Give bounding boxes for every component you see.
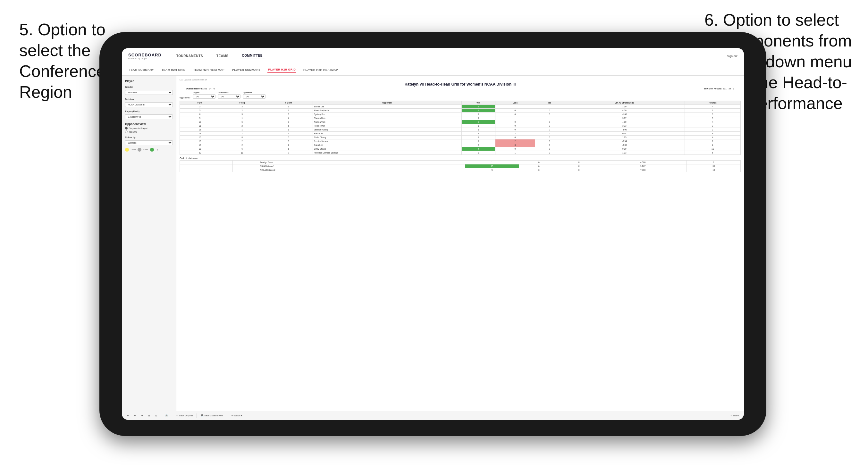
ood-table-row: NCAA Division 2 5 0 0 7.400 10	[180, 168, 741, 172]
main-data-table: # Div # Reg # Conf Opponent Win Loss Tie…	[180, 101, 741, 155]
td-opponent: Jessica Huang	[313, 128, 462, 132]
td-diff: 9.267	[599, 164, 687, 168]
sidebar-division-select[interactable]: NCAA Division III	[125, 102, 173, 107]
sub-nav-team-h2h-grid[interactable]: TEAM H2H GRID	[161, 67, 186, 73]
toolbar-view-original[interactable]: 👁 View: Original	[175, 414, 194, 417]
sub-nav-player-summary[interactable]: PLAYER SUMMARY	[231, 67, 261, 73]
filter-conference-select[interactable]: (All)	[218, 94, 241, 99]
td-div: 6	[180, 113, 220, 116]
td-tie: 0	[535, 128, 564, 132]
toolbar-watch[interactable]: 👁 Watch ▾	[230, 414, 244, 418]
sidebar-colour-select[interactable]: Win/loss	[125, 141, 173, 145]
sidebar-opponent-view-title: Opponent view	[125, 122, 173, 126]
td-reg	[206, 168, 232, 172]
td-diff: -1.00	[564, 113, 685, 116]
colour-label-down: Down	[131, 149, 136, 151]
sidebar-colour-section: Colour by Win/loss Down Level Up	[125, 136, 173, 152]
td-loss: 2	[495, 139, 535, 143]
toolbar-undo[interactable]: ↩	[126, 414, 130, 418]
sidebar-player-rank-label: Player (Rank)	[125, 110, 173, 113]
radio-dot-opponents-played	[125, 127, 128, 129]
sidebar-opponent-view-section: Opponent view Opponents Played Top 100	[125, 122, 173, 133]
td-tie: 0	[535, 143, 564, 147]
td-reg: 6	[220, 120, 264, 124]
toolbar-clock[interactable]: 🕐	[164, 414, 169, 418]
table-row: 18 2 2 Euna Lee 0 3 0 -5.00 2	[180, 143, 741, 147]
td-reg: 8	[220, 135, 264, 139]
nav-tournaments[interactable]: TOURNAMENTS	[175, 53, 205, 59]
filter-opponent-select[interactable]: (All)	[243, 94, 266, 99]
colour-dot-down	[125, 148, 129, 152]
sub-nav-player-h2h-heatmap[interactable]: PLAYER H2H HEATMAP	[303, 67, 339, 73]
toolbar-share[interactable]: ⬆ Share	[729, 414, 740, 418]
toolbar-divider-2	[172, 413, 172, 418]
td-diff: 1.33	[564, 151, 685, 155]
td-conf: 2	[264, 143, 313, 147]
toolbar-divider-4	[227, 413, 227, 418]
td-opponent: Sydney Kuo	[313, 113, 462, 116]
toolbar-redo-back[interactable]: ↩	[133, 414, 137, 418]
td-loss: 0	[495, 135, 535, 139]
overall-record-value: 353 - 34 - 6	[203, 88, 215, 90]
watch-chevron-icon: ▾	[241, 414, 242, 417]
td-diff: 0.38	[564, 132, 685, 135]
share-label: Share	[733, 414, 739, 417]
td-div: 11	[180, 124, 220, 128]
nav-teams[interactable]: TEAMS	[215, 53, 230, 59]
sub-nav: TEAM SUMMARY TEAM H2H GRID TEAM H2H HEAT…	[122, 64, 744, 75]
td-rounds: 2	[685, 143, 741, 147]
sidebar-player-rank-select[interactable]: 8. Katelyn Vo	[125, 115, 173, 119]
td-rounds: 4	[685, 105, 741, 108]
td-opponent: NAIA Division 1	[259, 164, 465, 168]
td-reg	[206, 164, 232, 168]
td-conf: 7	[264, 151, 313, 155]
toolbar-copy[interactable]: ⊞	[147, 414, 151, 418]
sub-nav-player-h2h-grid[interactable]: PLAYER H2H GRID	[268, 67, 296, 73]
table-row: 10 6 3 Andrea York 2 0 0 4.00 4	[180, 120, 741, 124]
td-diff: 4.00	[564, 120, 685, 124]
td-tie	[535, 116, 564, 120]
td-rounds: 4	[685, 120, 741, 124]
filter-row: Opponents: Region (All) Conference (All)	[180, 92, 741, 99]
table-row: 20 11 7 Federica Domecq Lacroze 2 1 0 1.…	[180, 151, 741, 155]
table-row: 3 3 1 Esther Lee 1 1.50 4	[180, 105, 741, 108]
filter-opponent-label: Opponent	[243, 92, 266, 94]
td-win: 5	[465, 168, 519, 172]
toolbar-redo[interactable]: ↪	[140, 414, 144, 418]
td-diff: -0.94	[564, 139, 685, 143]
td-opponent: Eunice Yi	[313, 132, 462, 135]
filter-opponent-group: Opponent (All)	[243, 92, 266, 99]
table-row: 11 2 5 Heejo Hyun 1 0 0 3.33 3	[180, 124, 741, 128]
td-conf	[232, 161, 259, 164]
sidebar-radio-top100[interactable]: Top 100	[125, 130, 173, 133]
ood-table-row: NAIA Division 1 15 0 0 9.267 30	[180, 164, 741, 168]
radio-dot-top100	[125, 130, 128, 133]
td-opponent: Sharon Mun	[313, 116, 462, 120]
colour-indicators: Down Level Up	[125, 148, 173, 152]
sidebar-radio-opponents-played[interactable]: Opponents Played	[125, 127, 173, 129]
td-rounds: 11	[685, 147, 741, 151]
td-opponent: NCAA Division 2	[259, 168, 465, 172]
td-loss: 0	[495, 120, 535, 124]
grid-title: Katelyn Vo Head-to-Head Grid for Women's…	[180, 82, 741, 87]
sub-nav-team-summary[interactable]: TEAM SUMMARY	[128, 67, 155, 73]
sidebar-gender-select[interactable]: Women's	[125, 90, 173, 95]
td-tie: 0	[559, 164, 599, 168]
nav-committee[interactable]: COMMITTEE	[240, 53, 265, 59]
toolbar-save-custom[interactable]: 💾 Save Custom View	[199, 414, 224, 418]
toolbar-paste[interactable]: ⊡	[154, 414, 158, 418]
table-row: 5 2 2 Alexis Sudjianto 1 0 0 4.00 3	[180, 108, 741, 113]
td-win: 1	[462, 139, 495, 143]
th-win: Win	[462, 101, 495, 105]
td-reg: 7	[220, 132, 264, 135]
watch-label: Watch	[234, 414, 241, 417]
sign-out-button[interactable]: Sign out	[727, 55, 738, 58]
sub-nav-team-h2h-heatmap[interactable]: TEAM H2H HEATMAP	[193, 67, 225, 73]
td-diff: 1.25	[564, 135, 685, 139]
td-div: 18	[180, 143, 220, 147]
filter-region-select[interactable]: (All)	[193, 94, 215, 99]
save-icon: 💾	[201, 414, 204, 417]
table-row: 13 1 1 Jessica Huang 1 0 0 -3.00 2	[180, 128, 741, 132]
td-diff: 3.33	[564, 124, 685, 128]
td-reg	[206, 161, 232, 164]
